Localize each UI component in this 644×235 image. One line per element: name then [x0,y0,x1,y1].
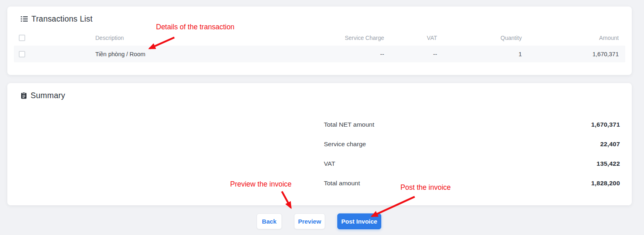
transaction-row[interactable]: Tiền phòng / Room -- -- 1 1,670,371 [14,46,625,62]
transactions-card-title-label: Transactions List [31,14,92,24]
invoice-posting-page: Transactions List Description Service Ch… [0,0,644,235]
annotation-post-label: Post the invoice [400,183,451,192]
row-amount: 1,670,371 [522,51,625,57]
summary-card-title: Summary [21,91,65,100]
summary-totals: Total NET amount 1,670,371 Service charg… [324,115,620,193]
summary-card-title-label: Summary [31,91,65,100]
transactions-table: Description Service Charge VAT Quantity … [14,30,625,62]
total-amount-label: Total amount [324,180,360,187]
vat-value: 135,422 [597,160,620,167]
service-charge-label: Service charge [324,141,366,148]
post-invoice-button[interactable]: Post Invoice [337,213,381,229]
column-header-vat: VAT [384,35,437,41]
footer-action-bar: Back Preview Post Invoice [0,213,638,229]
header-checkbox-cell [14,35,95,41]
total-net-amount-label: Total NET amount [324,121,374,128]
back-button[interactable]: Back [257,213,282,229]
preview-button[interactable]: Preview [294,213,325,229]
vat-label: VAT [324,160,335,167]
clipboard-icon [21,92,27,99]
row-description: Tiền phòng / Room [95,51,286,57]
column-header-amount: Amount [522,35,625,41]
row-checkbox[interactable] [19,51,25,57]
transactions-table-header: Description Service Charge VAT Quantity … [14,30,625,46]
service-charge-value: 22,407 [600,141,620,148]
row-checkbox-cell [14,51,95,57]
column-header-service-charge: Service Charge [286,35,384,41]
row-quantity: 1 [437,51,522,57]
transactions-card-title: Transactions List [21,14,92,24]
summary-row-total-net: Total NET amount 1,670,371 [324,115,620,134]
summary-card: Summary Total NET amount 1,670,371 Servi… [7,83,632,205]
row-vat: -- [384,51,437,57]
select-all-checkbox[interactable] [19,35,25,41]
summary-row-total-amount: Total amount 1,828,200 [324,174,620,193]
summary-row-service-charge: Service charge 22,407 [324,134,620,154]
annotation-details-label: Details of the transaction [156,23,235,31]
list-icon [21,16,28,22]
summary-row-vat: VAT 135,422 [324,154,620,174]
column-header-quantity: Quantity [437,35,522,41]
total-net-amount-value: 1,670,371 [591,121,620,128]
annotation-preview-label: Preview the invoice [230,180,292,189]
row-service-charge: -- [286,51,384,57]
column-header-description: Description [95,35,286,41]
transactions-card: Transactions List Description Service Ch… [7,7,632,75]
total-amount-value: 1,828,200 [591,180,620,187]
